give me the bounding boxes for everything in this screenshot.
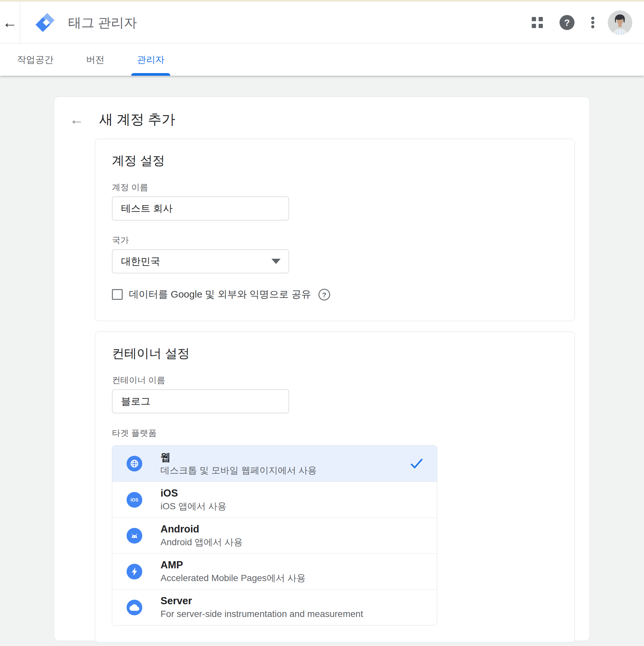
svg-text:?: ? — [564, 18, 570, 28]
share-data-row: 데이터를 Google 및 외부와 익명으로 공유 ? — [112, 288, 558, 301]
new-account-card: ← 새 계정 추가 계정 설정 계정 이름 국가 대한민국 데이터를 Googl… — [54, 97, 590, 641]
platform-option-amp[interactable]: AMP Accelerated Mobile Pages에서 사용 — [112, 553, 437, 589]
card-back-button[interactable]: ← — [70, 112, 84, 127]
apps-grid-icon[interactable] — [532, 17, 543, 28]
check-icon — [409, 457, 424, 470]
tab-versions-label: 버전 — [86, 53, 104, 66]
platform-name: iOS — [160, 488, 226, 499]
target-platform-list: 웹 데스크톱 및 모바일 웹페이지에서 사용 iOS — [112, 445, 437, 626]
platform-description: Accelerated Mobile Pages에서 사용 — [160, 573, 306, 583]
target-platform-label: 타겟 플랫폼 — [112, 428, 558, 438]
country-select-value: 대한민국 — [121, 255, 160, 268]
tab-active-underline — [131, 73, 170, 76]
help-outline-icon[interactable]: ? — [318, 289, 330, 301]
account-settings-section: 계정 설정 계정 이름 국가 대한민국 데이터를 Google 및 외부와 익명… — [95, 139, 575, 321]
platform-name: 웹 — [160, 452, 317, 463]
cloud-icon — [127, 600, 142, 615]
container-settings-section: 컨테이너 설정 컨테이너 이름 타겟 플랫폼 웹 — [95, 331, 575, 643]
share-data-label: 데이터를 Google 및 외부와 익명으로 공유 — [129, 288, 311, 301]
card-header: ← 새 계정 추가 — [70, 109, 589, 129]
tab-versions[interactable]: 버전 — [80, 44, 110, 76]
share-data-checkbox[interactable] — [112, 289, 123, 300]
platform-texts: Android Android 앱에서 사용 — [160, 524, 243, 547]
container-name-label: 컨테이너 이름 — [112, 375, 558, 385]
app-header: ← 태그 관리자 ? — [0, 2, 644, 44]
platform-name: Android — [160, 524, 243, 535]
country-select[interactable]: 대한민국 — [112, 249, 289, 274]
admin-content: ← 새 계정 추가 계정 설정 계정 이름 국가 대한민국 데이터를 Googl… — [0, 76, 644, 641]
platform-texts: Server For server-side instrumentation a… — [160, 596, 363, 619]
avatar[interactable] — [608, 10, 632, 35]
container-settings-heading: 컨테이너 설정 — [112, 346, 558, 360]
account-name-input[interactable] — [112, 196, 289, 221]
platform-description: For server-side instrumentation and meas… — [160, 609, 363, 619]
tag-manager-logo-icon — [35, 12, 55, 33]
platform-texts: iOS iOS 앱에서 사용 — [160, 488, 226, 512]
platform-description: Android 앱에서 사용 — [160, 537, 243, 547]
globe-icon — [127, 456, 142, 471]
page-title: 새 계정 추가 — [99, 110, 175, 128]
platform-description: 데스크톱 및 모바일 웹페이지에서 사용 — [160, 465, 317, 476]
platform-option-server[interactable]: Server For server-side instrumentation a… — [112, 589, 437, 625]
account-name-label: 계정 이름 — [112, 182, 558, 193]
platform-option-ios[interactable]: iOS iOS iOS 앱에서 사용 — [112, 481, 437, 518]
platform-option-web[interactable]: 웹 데스크톱 및 모바일 웹페이지에서 사용 — [112, 446, 437, 481]
platform-name: AMP — [160, 559, 306, 571]
tab-bar: 작업공간 버전 관리자 — [0, 44, 644, 76]
platform-description: iOS 앱에서 사용 — [160, 501, 226, 512]
android-icon — [127, 528, 142, 544]
app-title: 태그 관리자 — [68, 14, 137, 32]
header-back-button[interactable]: ← — [0, 2, 20, 43]
platform-texts: 웹 데스크톱 및 모바일 웹페이지에서 사용 — [160, 452, 317, 476]
platform-option-android[interactable]: Android Android 앱에서 사용 — [112, 518, 437, 553]
tab-workspace-label: 작업공간 — [17, 53, 53, 66]
amp-lightning-icon — [127, 564, 142, 579]
container-name-input[interactable] — [112, 389, 289, 413]
chevron-down-icon — [272, 259, 281, 264]
help-icon[interactable]: ? — [559, 15, 574, 30]
header-actions: ? — [532, 10, 644, 35]
country-label: 국가 — [112, 235, 558, 245]
back-arrow-icon: ← — [3, 14, 18, 31]
svg-text:iOS: iOS — [130, 497, 138, 503]
tab-admin[interactable]: 관리자 — [131, 44, 170, 76]
platform-name: Server — [160, 596, 363, 607]
svg-text:?: ? — [322, 291, 327, 299]
platform-texts: AMP Accelerated Mobile Pages에서 사용 — [160, 559, 306, 583]
tab-workspace[interactable]: 작업공간 — [11, 44, 60, 76]
tab-admin-label: 관리자 — [137, 53, 165, 66]
kebab-menu-icon[interactable] — [591, 16, 595, 29]
ios-icon: iOS — [127, 492, 142, 508]
account-settings-heading: 계정 설정 — [112, 153, 558, 168]
